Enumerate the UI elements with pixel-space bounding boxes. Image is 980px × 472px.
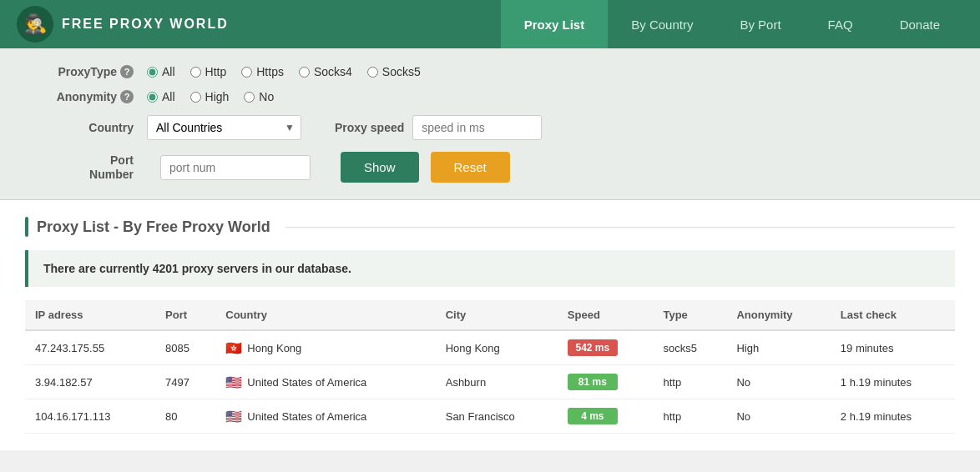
reset-button[interactable]: Reset xyxy=(431,152,510,183)
flag-icon: 🇺🇸 xyxy=(225,409,242,424)
proxy-type-radio-group: All Http Https Socks4 Socks5 xyxy=(147,65,421,78)
cell-type: http xyxy=(653,399,726,434)
col-last-check: Last check xyxy=(831,300,955,330)
proxy-type-row: ProxyType ? All Http Https Socks4 Socks5 xyxy=(33,65,947,78)
flag-icon: 🇺🇸 xyxy=(225,374,242,390)
cell-country: 🇺🇸 United States of America xyxy=(215,399,435,434)
cell-country: 🇺🇸 United States of America xyxy=(215,365,435,399)
anonymity-row: Anonymity ? All High No xyxy=(33,90,947,103)
cell-speed: 4 ms xyxy=(558,399,654,434)
section-title: Proxy List - By Free Proxy World xyxy=(25,217,955,237)
country-name: United States of America xyxy=(247,376,366,389)
filter-panel: ProxyType ? All Http Https Socks4 Socks5… xyxy=(0,48,980,200)
proxy-table-body: 47.243.175.55 8085 🇭🇰 Hong Kong Hong Kon… xyxy=(25,330,955,434)
anonymity-high[interactable]: High xyxy=(190,90,230,103)
cell-city: Hong Kong xyxy=(436,330,558,365)
anonymity-help-icon[interactable]: ? xyxy=(120,90,134,103)
anonymity-all[interactable]: All xyxy=(147,90,175,103)
cell-port: 8085 xyxy=(155,330,215,365)
logo-text: FREE PROXY WORLD xyxy=(62,17,229,32)
col-port: Port xyxy=(155,300,215,330)
proxy-type-socks4[interactable]: Socks4 xyxy=(299,65,352,78)
info-box: There are currently 4201 proxy servers i… xyxy=(25,250,955,287)
proxy-type-label: ProxyType ? xyxy=(33,65,134,78)
cell-country: 🇭🇰 Hong Kong xyxy=(215,330,435,365)
proxy-type-all[interactable]: All xyxy=(147,65,175,78)
nav-link-by-country[interactable]: By Country xyxy=(608,0,716,48)
speed-badge: 4 ms xyxy=(568,408,618,424)
port-number-input[interactable] xyxy=(160,155,311,180)
country-label: Country xyxy=(33,121,134,134)
proxy-speed-input[interactable] xyxy=(412,115,542,140)
anonymity-label: Anonymity ? xyxy=(33,90,134,103)
table-header: IP adress Port Country City Speed Type A… xyxy=(25,300,955,330)
cell-ip: 3.94.182.57 xyxy=(25,365,155,399)
show-button[interactable]: Show xyxy=(341,152,419,183)
col-city: City xyxy=(436,300,558,330)
col-country: Country xyxy=(215,300,435,330)
col-speed: Speed xyxy=(558,300,654,330)
cell-type: http xyxy=(653,365,726,399)
cell-type: socks5 xyxy=(653,330,726,365)
info-message: There are currently 4201 proxy servers i… xyxy=(43,262,351,275)
anonymity-no[interactable]: No xyxy=(244,90,274,103)
flag-icon: 🇭🇰 xyxy=(225,340,242,356)
table-row: 3.94.182.57 7497 🇺🇸 United States of Ame… xyxy=(25,365,955,399)
proxy-type-http[interactable]: Http xyxy=(190,65,227,78)
anonymity-radio-group: All High No xyxy=(147,90,274,103)
logo: 🕵️ FREE PROXY WORLD xyxy=(17,6,229,43)
logo-icon: 🕵️ xyxy=(17,6,53,43)
cell-anonymity: High xyxy=(726,330,830,365)
cell-port: 7497 xyxy=(155,365,215,399)
cell-speed: 81 ms xyxy=(558,365,654,399)
cell-ip: 47.243.175.55 xyxy=(25,330,155,365)
col-ip: IP adress xyxy=(25,300,155,330)
nav-link-by-port[interactable]: By Port xyxy=(716,0,804,48)
cell-city: San Francisco xyxy=(436,399,558,434)
col-anonymity: Anonymity xyxy=(726,300,830,330)
col-type: Type xyxy=(653,300,726,330)
table-row: 104.16.171.113 80 🇺🇸 United States of Am… xyxy=(25,399,955,434)
cell-speed: 542 ms xyxy=(558,330,654,365)
country-name: Hong Kong xyxy=(247,342,301,354)
main-content: Proxy List - By Free Proxy World There a… xyxy=(0,200,980,450)
nav-link-proxy-list[interactable]: Proxy List xyxy=(501,0,609,48)
nav-links: Proxy List By Country By Port FAQ Donate xyxy=(501,0,963,48)
nav-link-donate[interactable]: Donate xyxy=(876,0,963,48)
table-row: 47.243.175.55 8085 🇭🇰 Hong Kong Hong Kon… xyxy=(25,330,955,365)
proxy-speed-label: Proxy speed xyxy=(335,121,404,134)
cell-last-check: 2 h.19 minutes xyxy=(831,399,955,434)
proxy-type-help-icon[interactable]: ? xyxy=(120,65,134,78)
speed-badge: 542 ms xyxy=(568,339,618,356)
proxy-table: IP adress Port Country City Speed Type A… xyxy=(25,300,955,434)
cell-anonymity: No xyxy=(726,399,830,434)
speed-badge: 81 ms xyxy=(568,374,618,390)
cell-last-check: 1 h.19 minutes xyxy=(831,365,955,399)
country-name: United States of America xyxy=(247,410,366,423)
country-select[interactable]: All Countries xyxy=(147,115,301,140)
proxy-type-https[interactable]: Https xyxy=(241,65,284,78)
cell-port: 80 xyxy=(155,399,215,434)
cell-ip: 104.16.171.113 xyxy=(25,399,155,434)
navbar: 🕵️ FREE PROXY WORLD Proxy List By Countr… xyxy=(0,0,980,48)
cell-last-check: 19 minutes xyxy=(831,330,955,365)
port-label: Port Number xyxy=(33,153,134,182)
country-select-wrapper: All Countries ▼ xyxy=(147,115,301,140)
nav-link-faq[interactable]: FAQ xyxy=(805,0,876,48)
cell-city: Ashburn xyxy=(436,365,558,399)
cell-anonymity: No xyxy=(726,365,830,399)
proxy-type-socks5[interactable]: Socks5 xyxy=(367,65,421,78)
